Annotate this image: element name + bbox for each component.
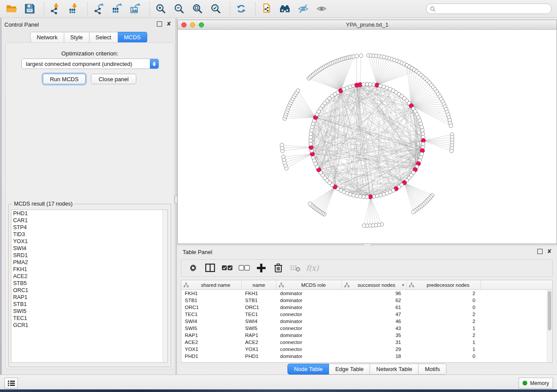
- network-canvas[interactable]: [178, 30, 557, 244]
- cell-predecessor-nodes[interactable]: 2: [407, 333, 481, 338]
- graph-node[interactable]: [280, 143, 284, 147]
- graph-node[interactable]: [296, 89, 300, 93]
- tab-mcds[interactable]: MCDS: [118, 32, 147, 43]
- column-layout-icon[interactable]: [204, 262, 216, 274]
- cell-MCDS-role[interactable]: dominator: [277, 333, 342, 338]
- cell-name[interactable]: FKH1: [242, 291, 277, 296]
- cell-predecessor-nodes[interactable]: 1: [407, 326, 481, 331]
- close-panel-icon[interactable]: ✘: [166, 22, 171, 26]
- export-network-icon[interactable]: [93, 3, 105, 15]
- cell-shared-name[interactable]: TEC1: [181, 312, 242, 317]
- settings-gear-icon[interactable]: [187, 262, 199, 274]
- hide-graphics-details-icon[interactable]: [297, 3, 309, 15]
- graph-node[interactable]: [421, 132, 425, 136]
- cell-shared-name[interactable]: SWI4: [181, 319, 242, 324]
- import-network-icon[interactable]: [49, 3, 61, 15]
- graph-node[interactable]: [375, 194, 379, 198]
- float-table-panel-icon[interactable]: [537, 249, 543, 254]
- show-graphics-details-icon[interactable]: [315, 3, 328, 15]
- graph-node[interactable]: [310, 128, 314, 132]
- deselect-all-icon[interactable]: [239, 262, 250, 274]
- cell-name[interactable]: RAP1: [242, 333, 277, 338]
- cell-name[interactable]: PHD1: [242, 354, 277, 359]
- graph-node[interactable]: [421, 128, 425, 132]
- tab-network[interactable]: Network: [30, 32, 64, 43]
- mcds-result-item[interactable]: RAP1: [11, 294, 167, 301]
- cell-MCDS-role[interactable]: connector: [277, 312, 342, 317]
- function-builder-icon[interactable]: f(x): [307, 262, 318, 274]
- cell-name[interactable]: ORC1: [242, 305, 277, 310]
- mcds-result-item[interactable]: ORC1: [11, 287, 167, 294]
- table-scrollbar[interactable]: [547, 290, 552, 362]
- import-table-icon[interactable]: [67, 3, 80, 15]
- search-field[interactable]: [426, 3, 552, 14]
- close-panel-button[interactable]: Close panel: [91, 74, 136, 84]
- cell-predecessor-nodes[interactable]: 0: [407, 354, 481, 359]
- cell-predecessor-nodes[interactable]: 0: [407, 298, 481, 303]
- cell-predecessor-nodes[interactable]: 2: [407, 319, 481, 324]
- cell-predecessor-nodes[interactable]: 1: [407, 340, 481, 345]
- cell-predecessor-nodes[interactable]: 2: [407, 291, 481, 296]
- graph-node[interactable]: [359, 54, 363, 58]
- table-scrollbar-thumb[interactable]: [548, 291, 551, 330]
- open-session-icon[interactable]: [5, 3, 17, 15]
- cell-name[interactable]: ACE2: [242, 340, 277, 345]
- cell-shared-name[interactable]: YOX1: [181, 347, 242, 352]
- table-row[interactable]: TEC1TEC1connector472: [181, 311, 552, 318]
- cell-shared-name[interactable]: RAP1: [181, 333, 242, 338]
- mcds-result-item[interactable]: TEC1: [11, 315, 167, 322]
- mcds-result-item[interactable]: STB1: [11, 301, 167, 308]
- graph-node[interactable]: [362, 224, 366, 228]
- zoom-fit-icon[interactable]: [191, 3, 204, 15]
- maximize-traffic-light[interactable]: [199, 22, 204, 28]
- column-header-successor-nodes[interactable]: successor nodes▾: [342, 280, 407, 289]
- mcds-result-item[interactable]: PMA2: [11, 259, 167, 266]
- tab-node-table[interactable]: Node Table: [287, 364, 329, 375]
- cell-MCDS-role[interactable]: connector: [277, 347, 342, 352]
- column-header-predecessor-nodes[interactable]: predecessor nodes: [407, 280, 481, 289]
- mcds-result-item[interactable]: CAR1: [11, 217, 167, 224]
- mcds-result-item[interactable]: PHD1: [11, 210, 167, 217]
- cell-successor-nodes[interactable]: 62: [342, 298, 407, 303]
- cell-MCDS-role[interactable]: dominator: [277, 298, 342, 303]
- cell-name[interactable]: SWI4: [242, 319, 277, 324]
- export-table-icon[interactable]: [111, 3, 123, 15]
- graph-node[interactable]: [362, 195, 366, 199]
- table-row[interactable]: SWI4SWI4dominator462: [181, 318, 552, 325]
- mcds-result-item[interactable]: GCR1: [11, 322, 167, 329]
- cell-predecessor-nodes[interactable]: 2: [407, 312, 481, 317]
- graph-node[interactable]: [281, 155, 285, 159]
- graph-node[interactable]: [450, 149, 453, 153]
- criterion-dropdown[interactable]: largest connected component (undirected): [21, 58, 159, 69]
- cell-MCDS-role[interactable]: connector: [277, 326, 342, 331]
- delete-table-icon[interactable]: [290, 262, 301, 274]
- cell-successor-nodes[interactable]: 29: [342, 347, 407, 352]
- cell-MCDS-role[interactable]: dominator: [277, 319, 342, 324]
- cell-predecessor-nodes[interactable]: 1: [407, 347, 481, 352]
- zoom-selected-icon[interactable]: [210, 3, 222, 15]
- cell-shared-name[interactable]: FKH1: [181, 291, 242, 296]
- table-row[interactable]: ACE2ACE2connector311: [181, 339, 552, 346]
- graph-node[interactable]: [412, 210, 415, 214]
- graph-node[interactable]: [308, 202, 312, 206]
- graph-node[interactable]: [379, 193, 383, 197]
- cell-successor-nodes[interactable]: 61: [342, 305, 407, 310]
- graph-node[interactable]: [420, 125, 424, 129]
- select-all-icon[interactable]: [221, 262, 233, 274]
- tab-select[interactable]: Select: [90, 32, 118, 43]
- zoom-in-icon[interactable]: [155, 3, 167, 15]
- close-table-panel-icon[interactable]: ✘: [547, 249, 552, 254]
- save-session-icon[interactable]: [24, 3, 36, 15]
- zoom-out-icon[interactable]: [173, 3, 185, 15]
- delete-column-icon[interactable]: [273, 262, 284, 274]
- cell-MCDS-role[interactable]: dominator: [277, 305, 342, 310]
- cell-successor-nodes[interactable]: 46: [342, 319, 407, 324]
- cell-shared-name[interactable]: PHD1: [181, 354, 242, 359]
- table-row[interactable]: FKH1FKH1dominator962: [181, 290, 552, 297]
- table-row[interactable]: RAP1RAP1dominator352: [181, 332, 552, 339]
- mcds-result-item[interactable]: STP4: [11, 224, 167, 231]
- column-header-shared-name[interactable]: shared name: [181, 280, 242, 289]
- table-row[interactable]: ORC1ORC1dominator610: [181, 304, 552, 311]
- table-row[interactable]: PHD1PHD1dominator180: [181, 353, 552, 360]
- find-binoculars-icon[interactable]: [279, 3, 291, 15]
